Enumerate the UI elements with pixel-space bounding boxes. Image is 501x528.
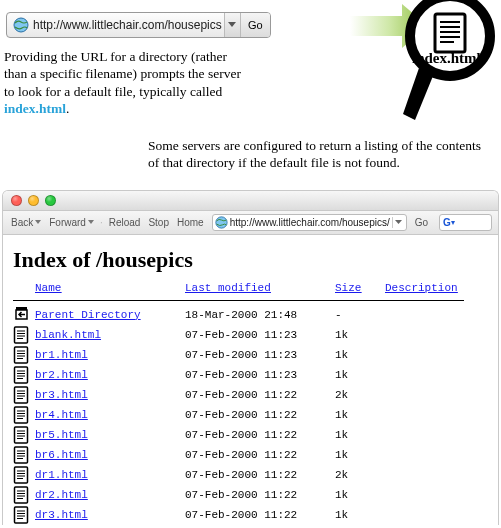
window-close-button[interactable] — [11, 195, 22, 206]
search-engine-icon: G — [443, 217, 451, 228]
document-icon — [13, 406, 29, 424]
chevron-down-icon — [35, 219, 41, 225]
go-button[interactable]: Go — [240, 13, 270, 37]
file-size: 1k — [335, 445, 385, 465]
document-icon — [13, 346, 29, 364]
mod-date: 07-Feb-2000 11:22 — [185, 385, 335, 405]
mod-date: 07-Feb-2000 11:22 — [185, 445, 335, 465]
mod-date: 07-Feb-2000 11:23 — [185, 345, 335, 365]
file-size: 2k — [335, 385, 385, 405]
table-row: br5.html07-Feb-2000 11:221k — [13, 425, 464, 445]
sort-by-size[interactable]: Size — [335, 282, 361, 294]
document-icon — [13, 446, 29, 464]
file-link[interactable]: blank.html — [35, 329, 101, 341]
mod-date: 07-Feb-2000 11:22 — [185, 485, 335, 505]
directory-listing-table: Name Last modified Size Description Pare… — [13, 281, 464, 525]
file-size: 1k — [335, 405, 385, 425]
mod-date: 18-Mar-2000 21:48 — [185, 305, 335, 325]
window-zoom-button[interactable] — [45, 195, 56, 206]
file-link[interactable]: br3.html — [35, 389, 88, 401]
table-row: br4.html07-Feb-2000 11:221k — [13, 405, 464, 425]
file-link[interactable]: br2.html — [35, 369, 88, 381]
stop-button[interactable]: Stop — [146, 217, 171, 228]
file-size: 1k — [335, 485, 385, 505]
mod-date: 07-Feb-2000 11:22 — [185, 425, 335, 445]
table-row: blank.html07-Feb-2000 11:231k — [13, 325, 464, 345]
browser-toolbar: Back Forward · Reload Stop Home http://w… — [3, 211, 498, 235]
chevron-down-icon — [395, 219, 402, 226]
mod-date: 07-Feb-2000 11:22 — [185, 405, 335, 425]
chevron-down-icon — [88, 219, 94, 225]
file-link[interactable]: br1.html — [35, 349, 88, 361]
file-size: 1k — [335, 325, 385, 345]
home-button[interactable]: Home — [175, 217, 206, 228]
url-dropdown[interactable] — [224, 13, 240, 37]
table-row: dr3.html07-Feb-2000 11:221k — [13, 505, 464, 525]
back-button[interactable]: Back — [9, 217, 43, 228]
sort-by-description[interactable]: Description — [385, 282, 458, 294]
forward-button[interactable]: Forward — [47, 217, 96, 228]
globe-icon — [13, 17, 29, 33]
table-row: br2.html07-Feb-2000 11:231k — [13, 365, 464, 385]
index-heading: Index of /housepics — [13, 247, 488, 273]
mod-date: 07-Feb-2000 11:23 — [185, 325, 335, 345]
toolbar-url-text: http://www.littlechair.com/housepics/ — [228, 217, 392, 228]
file-size: 1k — [335, 505, 385, 525]
table-row: dr1.html07-Feb-2000 11:222k — [13, 465, 464, 485]
mod-date: 07-Feb-2000 11:22 — [185, 465, 335, 485]
document-icon — [13, 466, 29, 484]
file-link[interactable]: br5.html — [35, 429, 88, 441]
mod-date: 07-Feb-2000 11:22 — [185, 505, 335, 525]
file-link[interactable]: dr1.html — [35, 469, 88, 481]
reload-button[interactable]: Reload — [107, 217, 143, 228]
table-row: br3.html07-Feb-2000 11:222k — [13, 385, 464, 405]
document-icon — [13, 326, 29, 344]
window-minimize-button[interactable] — [28, 195, 39, 206]
browser-window: Back Forward · Reload Stop Home http://w… — [2, 190, 499, 525]
sort-by-modified[interactable]: Last modified — [185, 282, 271, 294]
parent-dir-icon — [13, 306, 31, 324]
file-link[interactable]: br4.html — [35, 409, 88, 421]
document-icon — [13, 506, 29, 524]
table-row: br6.html07-Feb-2000 11:221k — [13, 445, 464, 465]
file-size: 1k — [335, 425, 385, 445]
table-row: dr2.html07-Feb-2000 11:221k — [13, 485, 464, 505]
parent-directory-link[interactable]: Parent Directory — [35, 309, 141, 321]
default-filename-label: index.html — [412, 50, 481, 67]
sort-by-name[interactable]: Name — [35, 282, 61, 294]
document-icon — [13, 366, 29, 384]
toolbar-address-bar[interactable]: http://www.littlechair.com/housepics/ — [212, 214, 407, 231]
file-size: 1k — [335, 365, 385, 385]
file-size: - — [335, 305, 385, 325]
document-icon — [13, 386, 29, 404]
toolbar-go-button[interactable]: Go — [411, 217, 432, 228]
globe-icon — [215, 216, 228, 229]
table-row: Parent Directory 18-Mar-2000 21:48 - — [13, 305, 464, 325]
toolbar-url-dropdown[interactable] — [392, 217, 404, 228]
window-titlebar — [3, 191, 498, 211]
chevron-down-icon — [228, 21, 236, 29]
document-icon — [13, 486, 29, 504]
url-text: http://www.littlechair.com/housepics — [33, 18, 224, 32]
file-size: 1k — [335, 345, 385, 365]
file-link[interactable]: dr3.html — [35, 509, 88, 521]
toolbar-search-field[interactable]: G▾ — [439, 214, 492, 231]
address-bar[interactable]: http://www.littlechair.com/housepics Go — [6, 12, 271, 38]
file-size: 2k — [335, 465, 385, 485]
file-link[interactable]: dr2.html — [35, 489, 88, 501]
table-row: br1.html07-Feb-2000 11:231k — [13, 345, 464, 365]
file-link[interactable]: br6.html — [35, 449, 88, 461]
mod-date: 07-Feb-2000 11:23 — [185, 365, 335, 385]
document-icon — [13, 426, 29, 444]
